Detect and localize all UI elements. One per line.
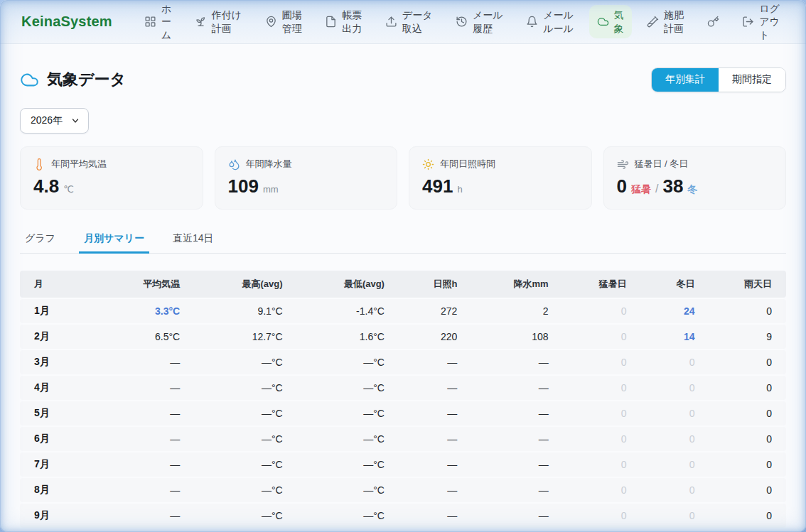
cell-value: 0 [621, 357, 627, 368]
value-part: / [655, 183, 658, 195]
toggle-button-0[interactable]: 年別集計 [652, 68, 719, 92]
main-content: 気象データ 年別集計期間指定 2026年 年間平均気温4.8℃年間降水量109m… [0, 44, 806, 529]
table-cell: 24 [635, 299, 704, 323]
cell-value: 3.3°C [155, 305, 180, 317]
table-cell: — [97, 427, 188, 451]
nav-item-field-management[interactable]: 圃場 管理 [257, 5, 310, 38]
value-part: 猛暑 [631, 183, 651, 196]
logout-icon [742, 16, 754, 28]
cell-value: 0 [689, 382, 695, 393]
toggle-button-1[interactable]: 期間指定 [719, 68, 785, 92]
nav-item-fertilizer-plan[interactable]: 施肥 計画 [639, 5, 692, 38]
table-cell: 3月 [20, 350, 97, 374]
nav-item-key[interactable] [699, 12, 727, 31]
table-cell: —°C [188, 504, 291, 528]
table-cell: —°C [188, 376, 291, 400]
tab-2[interactable]: 直近14日 [168, 227, 219, 254]
cell-value: 24 [684, 305, 695, 317]
table-row: 6月——°C—°C——000 [20, 427, 786, 451]
table-cell: — [393, 376, 466, 400]
nav-item-planting-plan[interactable]: 作付け 計画 [187, 5, 249, 38]
year-select[interactable]: 2026年 [20, 108, 89, 134]
cell-value: 0 [621, 433, 627, 445]
table-cell: 0 [704, 401, 786, 425]
column-header: 冬日 [635, 271, 704, 298]
tab-1[interactable]: 月別サマリー [79, 227, 149, 254]
year-row: 2026年 [20, 108, 786, 134]
table-cell: 0 [635, 478, 704, 502]
cell-value: 0 [621, 305, 627, 317]
table-cell: 8月 [20, 478, 97, 502]
table-cell: 9月 [20, 504, 97, 528]
column-header: 雨天日 [704, 271, 786, 298]
table-cell: — [393, 350, 466, 374]
table-row: 2月6.5°C12.7°C1.6°C2201080149 [20, 325, 786, 349]
brand-logo[interactable]: KeinaSystem [21, 13, 112, 30]
value-part: 冬 [687, 183, 697, 196]
table-cell: — [393, 427, 466, 451]
sprout-icon [195, 16, 207, 28]
nav-item-logout[interactable]: ログ アウ ト [734, 0, 788, 45]
table-cell: —°C [188, 452, 291, 477]
table-header-row: 月平均気温最高(avg)最低(avg)日照h降水mm猛暑日冬日雨天日 [20, 271, 786, 298]
stat-card-header: 年間降水量 [228, 158, 385, 170]
table-cell: 0 [704, 478, 786, 502]
value-unit: mm [263, 184, 279, 195]
thermometer-icon [33, 158, 45, 170]
table-cell: 1.6°C [291, 325, 393, 349]
table-cell: —°C [188, 478, 291, 502]
stat-card-label: 年間平均気温 [51, 158, 107, 170]
cell-value: 14 [684, 331, 695, 342]
table-cell: 0 [557, 350, 635, 374]
table-cell: 0 [557, 299, 635, 323]
nav-item-weather[interactable]: 気 象 [589, 5, 632, 38]
title-row: 気象データ 年別集計期間指定 [20, 65, 786, 94]
value-unit: ℃ [63, 184, 74, 195]
table-cell: — [466, 427, 557, 451]
table-cell: — [466, 478, 557, 502]
stat-card-label: 猛暑日 / 冬日 [635, 158, 689, 170]
nav-item-home[interactable]: ホ ー ム [136, 0, 179, 45]
tab-0[interactable]: グラフ [20, 227, 60, 254]
table-cell: 0 [635, 401, 704, 425]
table-row: 8月——°C—°C——000 [20, 478, 786, 502]
table-cell: 0 [557, 325, 635, 349]
nav-item-label: 施肥 計画 [664, 9, 684, 34]
table-cell: 3.3°C [97, 299, 188, 323]
cloud-icon [597, 16, 609, 28]
flask-icon [647, 16, 659, 28]
monthly-summary-table-wrap: 月平均気温最高(avg)最低(avg)日照h降水mm猛暑日冬日雨天日 1月3.3… [20, 269, 786, 529]
nav-item-data-import[interactable]: データ 取込 [377, 5, 441, 38]
cell-value: 0 [621, 459, 627, 470]
table-cell: 2月 [20, 325, 97, 349]
table-cell: — [393, 478, 466, 502]
column-header: 月 [20, 271, 97, 298]
page-title: 気象データ [47, 69, 126, 90]
stat-cards: 年間平均気温4.8℃年間降水量109mm年間日照時間491h猛暑日 / 冬日0猛… [20, 146, 786, 210]
table-cell: 0 [704, 350, 786, 374]
table-cell: -1.4°C [291, 299, 393, 323]
nav-item-report-output[interactable]: 帳票 出力 [317, 5, 370, 38]
nav-item-label: 圃場 管理 [282, 9, 302, 34]
table-cell: —°C [188, 401, 291, 425]
table-cell: —°C [291, 376, 393, 400]
table-cell: 0 [557, 376, 635, 400]
table-body: 1月3.3°C9.1°C-1.4°C272202402月6.5°C12.7°C1… [20, 299, 786, 528]
stat-card-label: 年間日照時間 [440, 158, 495, 170]
value-part: 0 [617, 175, 627, 197]
table-cell: — [97, 452, 188, 477]
cell-value: 0 [621, 331, 627, 342]
table-cell: 0 [704, 452, 786, 477]
cloud-icon [20, 70, 39, 89]
cell-value: 0 [689, 510, 695, 521]
nav-item-mail-rules[interactable]: メール ルール [518, 5, 581, 38]
top-nav: KeinaSystem ホ ー ム作付け 計画圃場 管理帳票 出力データ 取込メ… [0, 0, 806, 44]
map-pin-icon [265, 16, 277, 28]
table-cell: — [97, 350, 188, 374]
nav-item-mail-history[interactable]: メール 履歴 [448, 5, 511, 38]
table-cell: 5月 [20, 401, 97, 425]
nav-item-label: ホ ー ム [161, 2, 171, 41]
table-cell: — [97, 504, 188, 528]
table-row: 4月——°C—°C——000 [20, 376, 786, 400]
column-header: 平均気温 [97, 271, 188, 298]
